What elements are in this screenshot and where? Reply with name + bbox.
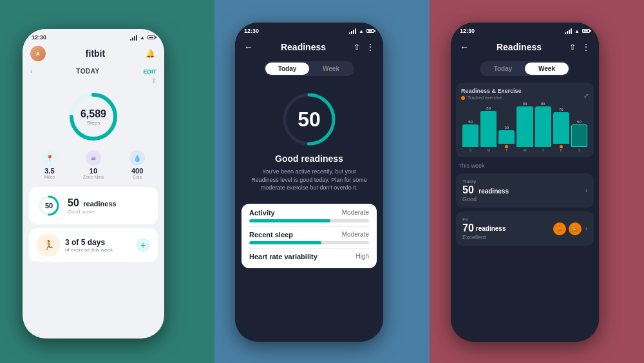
- exercise-card[interactable]: 🏃 3 of 5 days of exercise this week +: [29, 228, 158, 262]
- bar-m: [480, 111, 497, 147]
- status-bar-3: 12:30 ▲: [451, 23, 599, 37]
- bar-value-s2: 50: [577, 120, 582, 124]
- chevron-right-today: ›: [585, 187, 587, 194]
- readiness-small-ring: 50: [37, 193, 61, 218]
- phone-2: 12:30 ▲ ← Readiness ⇧ ⋮ Today: [235, 23, 383, 342]
- metric-hrv: Heart rate variability High: [249, 253, 369, 260]
- back-button-3[interactable]: ←: [460, 42, 469, 52]
- steps-ring-svg: [68, 91, 119, 142]
- battery-icon-3: [582, 29, 590, 33]
- back-button-2[interactable]: ←: [244, 42, 253, 52]
- bell-icon[interactable]: 🔔: [145, 48, 156, 59]
- wifi-icon-3: ▲: [574, 28, 580, 34]
- stat-cals: 💧 400 Cals: [129, 150, 145, 179]
- zone-unit: Zone Mins: [83, 175, 104, 179]
- steps-section: 6,589 Steps: [23, 87, 164, 146]
- fri-score: 70: [462, 222, 474, 234]
- readiness-item-today-left: Today 50 readiness Good: [462, 179, 509, 202]
- bar-day-m: M: [487, 148, 490, 152]
- tab-today-2[interactable]: Today: [265, 63, 309, 75]
- status-bar-1: 12:30 ▲: [23, 29, 164, 43]
- sleep-bar-fill: [249, 241, 321, 244]
- sleep-bar: [249, 241, 369, 244]
- exercise-unit: days: [88, 238, 105, 247]
- readiness-item-today[interactable]: Today 50 readiness Good ›: [456, 173, 594, 208]
- status-icons-3: ▲: [565, 28, 590, 34]
- readiness-label: readiness: [83, 200, 116, 208]
- stat-miles: 📍 3.5 Miles: [42, 150, 57, 179]
- metric-sleep: Recent sleep Moderate: [249, 231, 369, 244]
- chevron-right-fri: ›: [585, 225, 587, 232]
- bar-day-s2: S: [578, 148, 580, 152]
- stats-row: 📍 3.5 Miles ≋ 10 Zone Mins 💧 400 Cals: [23, 146, 164, 183]
- prev-day-button[interactable]: ‹: [30, 68, 32, 75]
- readiness-card[interactable]: 50 50 readiness Good score: [29, 187, 158, 224]
- exercise-sublabel: of exercise this week: [65, 247, 113, 253]
- expand-button[interactable]: ⤢: [583, 92, 589, 99]
- chart-title: Readiness & Exercise: [461, 88, 522, 94]
- status-time-2: 12:30: [244, 28, 259, 34]
- bar-value-t1: 30: [505, 126, 509, 130]
- bar-col-t1: 30 T: [498, 126, 515, 152]
- cals-unit: Cals: [133, 175, 142, 179]
- divider-1: [249, 226, 369, 227]
- share-icon-2[interactable]: ⇧: [354, 43, 360, 52]
- sleep-level: Moderate: [342, 231, 369, 238]
- tab-today-3[interactable]: Today: [481, 63, 525, 75]
- bar-s2: [571, 124, 587, 147]
- big-score-circle: 50: [280, 90, 338, 148]
- bar-t2: [535, 106, 551, 147]
- edit-button[interactable]: EDIT: [143, 68, 156, 75]
- activity-level: Moderate: [342, 209, 369, 216]
- tab-week-3[interactable]: Week: [525, 63, 569, 75]
- bar-col-t2: 90 T: [535, 102, 551, 152]
- bar-f: [553, 112, 569, 144]
- header-title-3: Readiness: [497, 42, 542, 52]
- header-title-2: Readiness: [281, 42, 326, 52]
- zone-value: 10: [90, 167, 97, 175]
- sleep-row: Recent sleep Moderate: [249, 231, 369, 239]
- activity-section-2: Activity Moderate Recent sleep Moderate: [242, 204, 377, 268]
- bar-col-s1: 50 S: [462, 120, 478, 152]
- readiness-header-3: ← Readiness ⇧ ⋮: [451, 37, 599, 57]
- hrv-name: Heart rate variability: [249, 253, 317, 260]
- fri-right: 🏃 🚴 ›: [553, 222, 587, 235]
- more-icon-2[interactable]: ⋮: [366, 43, 374, 52]
- bar-day-s1: S: [469, 148, 472, 152]
- dark-screen-3: 12:30 ▲ ← Readiness ⇧ ⋮ Today: [451, 23, 599, 342]
- run-icon: 🏃: [553, 222, 566, 235]
- fri-level: Excellent: [462, 234, 506, 240]
- hrv-level: High: [355, 253, 369, 260]
- signal-icon-2: [349, 28, 356, 34]
- metric-activity: Activity Moderate: [249, 209, 369, 222]
- exercise-icon: 🏃: [37, 233, 60, 257]
- exercise-progress: 3 of 5 days: [65, 238, 113, 247]
- readiness-item-fri-left: Fri 70 readiness Excellent: [462, 217, 506, 240]
- fri-score-row: 70 readiness: [462, 222, 506, 234]
- bar-w: [516, 106, 533, 147]
- tab-week-2[interactable]: Week: [309, 63, 353, 75]
- today-bar: ‹ TODAY EDIT: [23, 65, 164, 77]
- activity-row: Activity Moderate: [249, 209, 369, 217]
- share-button[interactable]: ⇧: [23, 77, 164, 87]
- fitbit-header: A fitbit 🔔: [23, 43, 164, 65]
- bar-value-m: 80: [486, 106, 491, 110]
- tab-toggle-3: Today Week: [480, 61, 570, 76]
- bar-col-w: 90 W: [516, 102, 533, 152]
- tab-toggle-2: Today Week: [264, 61, 354, 76]
- sleep-name: Recent sleep: [249, 231, 293, 239]
- score-section-2: 50 Good readiness You've been active rec…: [235, 80, 383, 201]
- share-icon-3[interactable]: ⇧: [569, 43, 576, 52]
- add-exercise-button[interactable]: +: [136, 238, 150, 252]
- avatar[interactable]: A: [30, 46, 46, 61]
- bar-value-w: 90: [523, 102, 527, 106]
- bar-value-s1: 50: [468, 120, 473, 124]
- fri-readiness-label: readiness: [476, 225, 506, 232]
- today-level: Good: [462, 196, 509, 202]
- readiness-item-fri[interactable]: Fri 70 readiness Excellent 🏃 🚴 ›: [456, 211, 594, 246]
- status-icons-1: ▲: [130, 35, 155, 41]
- bar-t1: [498, 130, 515, 144]
- bar-col-s2: 50 S: [571, 120, 587, 152]
- bar-day-w: W: [523, 148, 527, 152]
- more-icon-3[interactable]: ⋮: [582, 43, 590, 52]
